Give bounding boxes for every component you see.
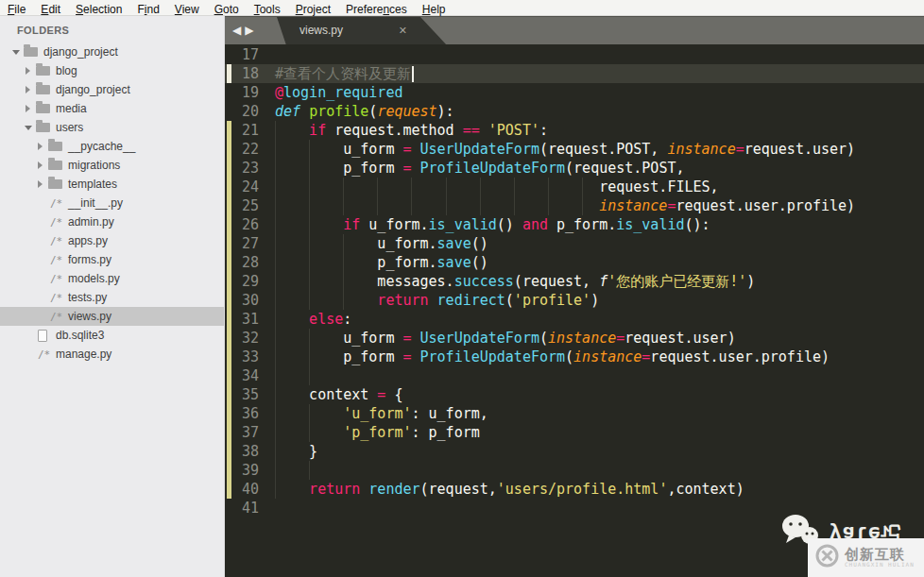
sidebar-item-blog[interactable]: blog (0, 61, 224, 80)
line-number: 31 (225, 310, 266, 329)
indent-guides (275, 234, 377, 253)
sidebar-item-label: __init__.py (68, 196, 123, 210)
menubar: FileEditSelectionFindViewGotoToolsProjec… (0, 0, 924, 16)
code-text: u_form = UserUpdateForm(instance=request… (266, 329, 736, 348)
code-text: p_form = ProfileUpdateForm(instance=requ… (266, 348, 830, 366)
sidebar-item-django-project[interactable]: django_project (0, 80, 224, 99)
code-line-29[interactable]: 29messages.success(request, f'您的账户已经更新!'… (225, 272, 924, 291)
code-line-30[interactable]: 30return redirect('profile') (225, 291, 924, 310)
code-line-38[interactable]: 38} (225, 442, 924, 461)
code-line-18[interactable]: 18#查看个人资料及更新 (225, 64, 924, 83)
code-line-32[interactable]: 32u_form = UserUpdateForm(instance=reque… (225, 329, 924, 348)
sidebar-item-django-project[interactable]: django_project (0, 42, 224, 61)
sidebar-item-templates[interactable]: templates (0, 175, 224, 194)
code-text: context = { (266, 385, 402, 404)
sidebar-item-label: models.py (68, 272, 120, 285)
code-line-33[interactable]: 33p_form = ProfileUpdateForm(instance=re… (225, 348, 924, 366)
indent-guides (275, 178, 599, 196)
line-number: 21 (225, 121, 266, 140)
indent-guides (275, 385, 309, 404)
close-icon[interactable]: ✕ (399, 17, 407, 44)
code-line-21[interactable]: 21if request.method == 'POST': (225, 121, 924, 140)
code-text: u_form = UserUpdateForm(request.POST, in… (266, 140, 855, 159)
sidebar-item-migrations[interactable]: migrations (0, 156, 224, 175)
sidebar-item-apps-py[interactable]: /*apps.py (0, 231, 224, 250)
sidebar-item-label: db.sqlite3 (56, 329, 104, 342)
code-line-26[interactable]: 26if u_form.is_valid() and p_form.is_val… (225, 215, 924, 234)
code-text: @login_required (266, 83, 402, 102)
tab-nav-arrows[interactable]: ◀▶ (232, 24, 257, 37)
code-line-24[interactable]: 24request.FILES, (225, 178, 924, 196)
line-number: 29 (225, 272, 266, 291)
code-text: 'p_form': p_form (266, 423, 480, 442)
python-file-icon: /* (48, 216, 64, 229)
line-number: 39 (225, 461, 266, 480)
tab-views-py[interactable]: views.py ✕ (269, 17, 447, 45)
code-line-40[interactable]: 40return render(request,'users/profile.h… (225, 480, 924, 499)
code-line-35[interactable]: 35context = { (225, 385, 924, 404)
python-file-icon: /* (36, 348, 52, 361)
code-line-31[interactable]: 31else: (225, 310, 924, 329)
line-number: 19 (225, 83, 266, 102)
code-text (266, 461, 343, 480)
tabbar: ◀▶ views.py ✕ (225, 16, 924, 44)
triangle-right-icon[interactable] (38, 161, 43, 169)
sidebar-item-manage-py[interactable]: /*manage.py (0, 345, 224, 364)
tab-nav-right-icon[interactable]: ▶ (245, 24, 257, 37)
code-text: else: (266, 310, 351, 329)
folder-icon (48, 179, 62, 189)
triangle-down-icon[interactable] (12, 50, 20, 55)
tab-nav-left-icon[interactable]: ◀ (232, 24, 245, 37)
indent-guides (275, 291, 377, 310)
code-text (266, 499, 275, 518)
code-line-23[interactable]: 23p_form = ProfileUpdateForm(request.POS… (225, 159, 924, 178)
folder-icon (36, 66, 50, 76)
code-line-28[interactable]: 28p_form.save() (225, 253, 924, 272)
line-number: 18 (225, 64, 266, 83)
code-line-27[interactable]: 27u_form.save() (225, 234, 924, 253)
code-editor[interactable]: 1718#查看个人资料及更新19@login_required20def pro… (225, 44, 924, 577)
triangle-right-icon[interactable] (26, 67, 30, 75)
sidebar-item-models-py[interactable]: /*models.py (0, 269, 224, 288)
code-text (266, 45, 275, 64)
code-line-17[interactable]: 17 (225, 45, 924, 64)
code-text: } (266, 442, 317, 461)
code-line-25[interactable]: 25instance=request.user.profile) (225, 196, 924, 215)
brand-logo-icon (814, 543, 840, 572)
code-text: request.FILES, (266, 178, 719, 196)
sidebar-item-media[interactable]: media (0, 99, 224, 118)
sidebar-item-label: tests.py (68, 291, 107, 304)
code-line-22[interactable]: 22u_form = UserUpdateForm(request.POST, … (225, 140, 924, 159)
code-line-19[interactable]: 19@login_required (225, 83, 924, 102)
sidebar-item-views-py[interactable]: /*views.py (0, 307, 224, 326)
code-line-36[interactable]: 36'u_form': u_form, (225, 404, 924, 423)
line-number: 32 (225, 329, 266, 348)
sidebar-item-forms-py[interactable]: /*forms.py (0, 250, 224, 269)
line-number: 26 (225, 215, 266, 234)
sidebar-item--init-py[interactable]: /*__init__.py (0, 194, 224, 212)
indent-guides (275, 442, 309, 461)
triangle-right-icon[interactable] (26, 86, 30, 93)
sidebar-item-label: apps.py (68, 234, 108, 247)
sidebar-item-admin-py[interactable]: /*admin.py (0, 212, 224, 231)
triangle-right-icon[interactable] (38, 180, 43, 188)
code-line-20[interactable]: 20def profile(request): (225, 102, 924, 121)
sidebar-item-db-sqlite3[interactable]: db.sqlite3 (0, 326, 224, 345)
sidebar-item-users[interactable]: users (0, 118, 224, 137)
line-number: 23 (225, 159, 266, 178)
triangle-down-icon[interactable] (25, 126, 32, 130)
code-line-34[interactable]: 34 (225, 366, 924, 385)
folder-tree: django_projectblogdjango_projectmediause… (0, 42, 224, 364)
indent-guides (275, 329, 343, 348)
sidebar-item-label: forms.py (68, 253, 111, 266)
file-icon (38, 330, 47, 342)
sidebar-item-tests-py[interactable]: /*tests.py (0, 288, 224, 307)
sidebar: FOLDERS django_projectblogdjango_project… (0, 16, 225, 577)
code-line-37[interactable]: 37'p_form': p_form (225, 423, 924, 442)
sidebar-item--pycache-[interactable]: __pycache__ (0, 137, 224, 156)
code-text: if request.method == 'POST': (266, 121, 548, 140)
triangle-right-icon[interactable] (38, 143, 43, 150)
triangle-right-icon[interactable] (26, 105, 30, 112)
code-line-39[interactable]: 39 (225, 461, 924, 480)
indent-guides (275, 215, 343, 234)
